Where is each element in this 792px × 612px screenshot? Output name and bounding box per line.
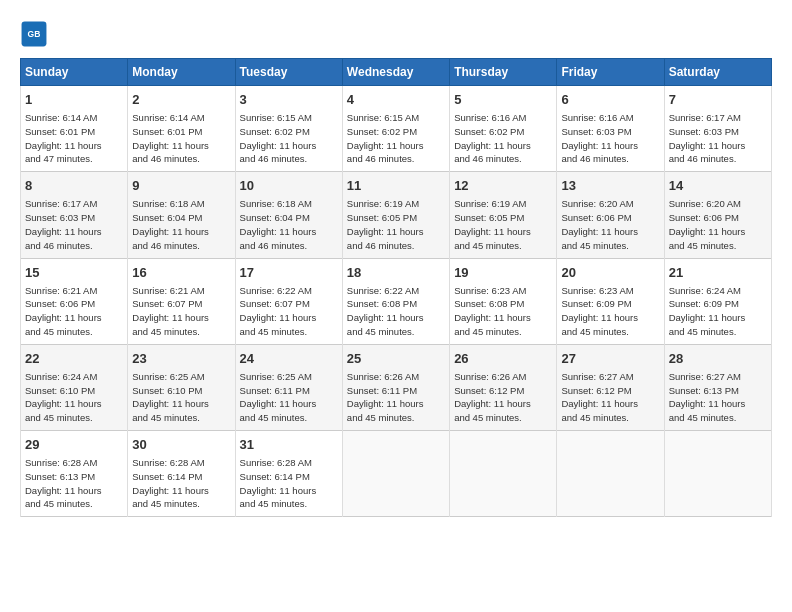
day-info: Sunrise: 6:21 AMSunset: 6:07 PMDaylight:…	[132, 284, 230, 339]
day-info: Sunrise: 6:14 AMSunset: 6:01 PMDaylight:…	[132, 111, 230, 166]
calendar-cell: 6Sunrise: 6:16 AMSunset: 6:03 PMDaylight…	[557, 86, 664, 172]
calendar-cell: 26Sunrise: 6:26 AMSunset: 6:12 PMDayligh…	[450, 344, 557, 430]
calendar-cell: 20Sunrise: 6:23 AMSunset: 6:09 PMDayligh…	[557, 258, 664, 344]
day-info: Sunrise: 6:19 AMSunset: 6:05 PMDaylight:…	[347, 197, 445, 252]
calendar-header-row: Sunday Monday Tuesday Wednesday Thursday…	[21, 59, 772, 86]
day-info: Sunrise: 6:27 AMSunset: 6:12 PMDaylight:…	[561, 370, 659, 425]
day-info: Sunrise: 6:15 AMSunset: 6:02 PMDaylight:…	[240, 111, 338, 166]
col-friday: Friday	[557, 59, 664, 86]
day-number: 15	[25, 264, 123, 282]
day-info: Sunrise: 6:25 AMSunset: 6:11 PMDaylight:…	[240, 370, 338, 425]
calendar-cell	[557, 431, 664, 517]
day-info: Sunrise: 6:20 AMSunset: 6:06 PMDaylight:…	[669, 197, 767, 252]
calendar-cell: 8Sunrise: 6:17 AMSunset: 6:03 PMDaylight…	[21, 172, 128, 258]
calendar-cell	[664, 431, 771, 517]
day-number: 8	[25, 177, 123, 195]
calendar-cell: 17Sunrise: 6:22 AMSunset: 6:07 PMDayligh…	[235, 258, 342, 344]
day-info: Sunrise: 6:17 AMSunset: 6:03 PMDaylight:…	[669, 111, 767, 166]
day-info: Sunrise: 6:18 AMSunset: 6:04 PMDaylight:…	[132, 197, 230, 252]
calendar-cell: 18Sunrise: 6:22 AMSunset: 6:08 PMDayligh…	[342, 258, 449, 344]
day-number: 25	[347, 350, 445, 368]
day-info: Sunrise: 6:24 AMSunset: 6:09 PMDaylight:…	[669, 284, 767, 339]
day-info: Sunrise: 6:21 AMSunset: 6:06 PMDaylight:…	[25, 284, 123, 339]
calendar-cell: 10Sunrise: 6:18 AMSunset: 6:04 PMDayligh…	[235, 172, 342, 258]
day-info: Sunrise: 6:28 AMSunset: 6:14 PMDaylight:…	[132, 456, 230, 511]
calendar-cell: 12Sunrise: 6:19 AMSunset: 6:05 PMDayligh…	[450, 172, 557, 258]
day-number: 20	[561, 264, 659, 282]
day-info: Sunrise: 6:15 AMSunset: 6:02 PMDaylight:…	[347, 111, 445, 166]
day-number: 28	[669, 350, 767, 368]
calendar-cell: 15Sunrise: 6:21 AMSunset: 6:06 PMDayligh…	[21, 258, 128, 344]
calendar-cell: 30Sunrise: 6:28 AMSunset: 6:14 PMDayligh…	[128, 431, 235, 517]
calendar-week-row: 15Sunrise: 6:21 AMSunset: 6:06 PMDayligh…	[21, 258, 772, 344]
day-number: 17	[240, 264, 338, 282]
calendar-week-row: 8Sunrise: 6:17 AMSunset: 6:03 PMDaylight…	[21, 172, 772, 258]
calendar-cell: 27Sunrise: 6:27 AMSunset: 6:12 PMDayligh…	[557, 344, 664, 430]
calendar-week-row: 22Sunrise: 6:24 AMSunset: 6:10 PMDayligh…	[21, 344, 772, 430]
day-number: 4	[347, 91, 445, 109]
day-number: 21	[669, 264, 767, 282]
day-info: Sunrise: 6:28 AMSunset: 6:13 PMDaylight:…	[25, 456, 123, 511]
col-wednesday: Wednesday	[342, 59, 449, 86]
calendar-cell: 23Sunrise: 6:25 AMSunset: 6:10 PMDayligh…	[128, 344, 235, 430]
logo-icon: GB	[20, 20, 48, 48]
day-number: 22	[25, 350, 123, 368]
calendar-cell: 19Sunrise: 6:23 AMSunset: 6:08 PMDayligh…	[450, 258, 557, 344]
logo: GB	[20, 20, 52, 48]
day-info: Sunrise: 6:26 AMSunset: 6:11 PMDaylight:…	[347, 370, 445, 425]
day-info: Sunrise: 6:16 AMSunset: 6:02 PMDaylight:…	[454, 111, 552, 166]
day-info: Sunrise: 6:14 AMSunset: 6:01 PMDaylight:…	[25, 111, 123, 166]
day-number: 31	[240, 436, 338, 454]
svg-text:GB: GB	[28, 29, 41, 39]
day-info: Sunrise: 6:27 AMSunset: 6:13 PMDaylight:…	[669, 370, 767, 425]
calendar-cell: 13Sunrise: 6:20 AMSunset: 6:06 PMDayligh…	[557, 172, 664, 258]
day-number: 2	[132, 91, 230, 109]
day-number: 19	[454, 264, 552, 282]
day-number: 18	[347, 264, 445, 282]
calendar-table: Sunday Monday Tuesday Wednesday Thursday…	[20, 58, 772, 517]
col-sunday: Sunday	[21, 59, 128, 86]
calendar-cell: 25Sunrise: 6:26 AMSunset: 6:11 PMDayligh…	[342, 344, 449, 430]
day-number: 10	[240, 177, 338, 195]
day-info: Sunrise: 6:24 AMSunset: 6:10 PMDaylight:…	[25, 370, 123, 425]
day-number: 14	[669, 177, 767, 195]
calendar-cell: 11Sunrise: 6:19 AMSunset: 6:05 PMDayligh…	[342, 172, 449, 258]
day-info: Sunrise: 6:18 AMSunset: 6:04 PMDaylight:…	[240, 197, 338, 252]
calendar-cell: 28Sunrise: 6:27 AMSunset: 6:13 PMDayligh…	[664, 344, 771, 430]
day-number: 11	[347, 177, 445, 195]
day-number: 29	[25, 436, 123, 454]
day-number: 13	[561, 177, 659, 195]
day-info: Sunrise: 6:20 AMSunset: 6:06 PMDaylight:…	[561, 197, 659, 252]
calendar-cell: 31Sunrise: 6:28 AMSunset: 6:14 PMDayligh…	[235, 431, 342, 517]
calendar-week-row: 29Sunrise: 6:28 AMSunset: 6:13 PMDayligh…	[21, 431, 772, 517]
col-saturday: Saturday	[664, 59, 771, 86]
day-number: 5	[454, 91, 552, 109]
calendar-cell: 7Sunrise: 6:17 AMSunset: 6:03 PMDaylight…	[664, 86, 771, 172]
day-info: Sunrise: 6:22 AMSunset: 6:07 PMDaylight:…	[240, 284, 338, 339]
calendar-cell: 9Sunrise: 6:18 AMSunset: 6:04 PMDaylight…	[128, 172, 235, 258]
day-number: 3	[240, 91, 338, 109]
day-info: Sunrise: 6:23 AMSunset: 6:08 PMDaylight:…	[454, 284, 552, 339]
calendar-cell: 21Sunrise: 6:24 AMSunset: 6:09 PMDayligh…	[664, 258, 771, 344]
calendar-cell: 29Sunrise: 6:28 AMSunset: 6:13 PMDayligh…	[21, 431, 128, 517]
day-number: 7	[669, 91, 767, 109]
calendar-cell: 22Sunrise: 6:24 AMSunset: 6:10 PMDayligh…	[21, 344, 128, 430]
day-number: 12	[454, 177, 552, 195]
day-info: Sunrise: 6:19 AMSunset: 6:05 PMDaylight:…	[454, 197, 552, 252]
day-info: Sunrise: 6:17 AMSunset: 6:03 PMDaylight:…	[25, 197, 123, 252]
day-number: 30	[132, 436, 230, 454]
day-number: 26	[454, 350, 552, 368]
day-info: Sunrise: 6:22 AMSunset: 6:08 PMDaylight:…	[347, 284, 445, 339]
day-info: Sunrise: 6:28 AMSunset: 6:14 PMDaylight:…	[240, 456, 338, 511]
calendar-cell: 24Sunrise: 6:25 AMSunset: 6:11 PMDayligh…	[235, 344, 342, 430]
day-number: 16	[132, 264, 230, 282]
calendar-cell	[450, 431, 557, 517]
page-header: GB	[20, 20, 772, 48]
day-number: 24	[240, 350, 338, 368]
day-number: 1	[25, 91, 123, 109]
day-info: Sunrise: 6:23 AMSunset: 6:09 PMDaylight:…	[561, 284, 659, 339]
col-thursday: Thursday	[450, 59, 557, 86]
day-info: Sunrise: 6:25 AMSunset: 6:10 PMDaylight:…	[132, 370, 230, 425]
day-number: 23	[132, 350, 230, 368]
day-number: 9	[132, 177, 230, 195]
